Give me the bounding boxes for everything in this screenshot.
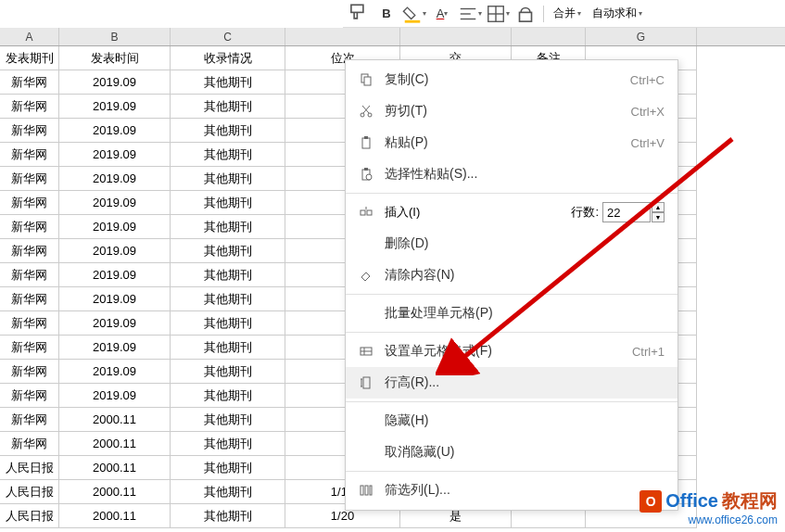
cell[interactable]: 2019.09: [59, 119, 171, 143]
insert-icon: [355, 203, 377, 222]
cell[interactable]: 2019.09: [59, 263, 171, 287]
menu-batch[interactable]: 批量处理单元格(P): [346, 298, 677, 329]
cell[interactable]: 2019.09: [59, 287, 171, 311]
menu-hide[interactable]: 隐藏(H): [346, 405, 677, 437]
rows-count-input[interactable]: [602, 202, 651, 222]
cell[interactable]: 2019.09: [59, 384, 171, 408]
menu-label: 清除内容(N): [385, 267, 665, 284]
cell[interactable]: 新华网: [0, 311, 59, 336]
cell[interactable]: 新华网: [0, 143, 59, 167]
col-header-D[interactable]: [285, 28, 400, 45]
format-painter-icon[interactable]: [347, 3, 371, 25]
menu-cut[interactable]: 剪切(T) Ctrl+X: [346, 95, 677, 127]
cell[interactable]: 其他期刊: [171, 263, 285, 287]
menu-paste-special[interactable]: 选择性粘贴(S)...: [346, 158, 677, 190]
cell[interactable]: 其他期刊: [171, 70, 285, 95]
cell[interactable]: 其他期刊: [171, 408, 285, 432]
cell[interactable]: 其他期刊: [171, 215, 285, 239]
menu-format-cells[interactable]: 设置单元格格式(F) Ctrl+1: [346, 336, 677, 367]
svg-rect-21: [367, 210, 372, 215]
cell[interactable]: 其他期刊: [171, 504, 285, 528]
cell[interactable]: 其他期刊: [171, 239, 285, 263]
cell[interactable]: 人民日报: [0, 480, 59, 504]
menu-unhide[interactable]: 取消隐藏(U): [346, 437, 677, 468]
col-header-A[interactable]: A: [0, 28, 59, 45]
font-color-button[interactable]: A▾: [430, 3, 454, 25]
col-header-E[interactable]: [400, 28, 512, 45]
cell[interactable]: 其他期刊: [171, 432, 285, 456]
cell[interactable]: 其他期刊: [171, 143, 285, 167]
cell[interactable]: 2000.11: [59, 408, 171, 432]
cell[interactable]: 其他期刊: [171, 336, 285, 360]
col-header-B[interactable]: B: [59, 28, 171, 45]
cell[interactable]: 2000.11: [59, 432, 171, 456]
menu-filter[interactable]: 筛选列(L)...: [346, 475, 677, 506]
cell[interactable]: 新华网: [0, 336, 59, 360]
cell[interactable]: 其他期刊: [171, 95, 285, 119]
menu-clear[interactable]: 清除内容(N): [346, 260, 677, 291]
menu-copy[interactable]: 复制(C) Ctrl+C: [346, 64, 677, 95]
cell[interactable]: 新华网: [0, 263, 59, 287]
cell[interactable]: 2000.11: [59, 504, 171, 528]
col-header-F[interactable]: [512, 28, 586, 45]
cell[interactable]: 2000.11: [59, 480, 171, 504]
cell[interactable]: 新华网: [0, 191, 59, 215]
menu-row-height[interactable]: 行高(R)...: [346, 367, 677, 399]
cell[interactable]: 其他期刊: [171, 456, 285, 480]
cell[interactable]: 新华网: [0, 215, 59, 239]
col-header-G[interactable]: G: [586, 28, 697, 45]
svg-rect-31: [365, 486, 368, 495]
cell[interactable]: 收录情况: [171, 46, 285, 70]
cell[interactable]: 其他期刊: [171, 480, 285, 504]
cell[interactable]: 新华网: [0, 360, 59, 384]
menu-insert[interactable]: 插入(I) 行数: ▲ ▼: [346, 196, 677, 228]
menu-separator: [346, 401, 677, 402]
cell[interactable]: 2019.09: [59, 360, 171, 384]
align-button[interactable]: ▾: [458, 3, 482, 25]
border-button[interactable]: ▾: [486, 3, 510, 25]
autosum-button[interactable]: 自动求和▾: [589, 3, 646, 25]
cell[interactable]: 新华网: [0, 432, 59, 456]
cell[interactable]: 2019.09: [59, 70, 171, 95]
svg-rect-0: [351, 5, 363, 12]
spinner-down[interactable]: ▼: [652, 212, 665, 222]
menu-delete[interactable]: 删除(D): [346, 228, 677, 260]
cell[interactable]: 发表期刊: [0, 46, 59, 70]
cell[interactable]: 其他期刊: [171, 119, 285, 143]
cell[interactable]: 新华网: [0, 95, 59, 119]
cell[interactable]: 2019.09: [59, 239, 171, 263]
cell[interactable]: 其他期刊: [171, 191, 285, 215]
cell[interactable]: 新华网: [0, 70, 59, 95]
cell[interactable]: 2019.09: [59, 143, 171, 167]
cell[interactable]: 新华网: [0, 239, 59, 263]
menu-label: 取消隐藏(U): [385, 444, 665, 461]
menu-paste[interactable]: 粘贴(P) Ctrl+V: [346, 127, 677, 158]
cell[interactable]: 其他期刊: [171, 167, 285, 191]
cell[interactable]: 新华网: [0, 119, 59, 143]
cell[interactable]: 人民日报: [0, 504, 59, 528]
col-header-C[interactable]: C: [171, 28, 285, 45]
cell[interactable]: 其他期刊: [171, 384, 285, 408]
spinner-up[interactable]: ▲: [652, 202, 665, 212]
cell[interactable]: 其他期刊: [171, 287, 285, 311]
lock-icon[interactable]: [513, 3, 538, 25]
cell[interactable]: 发表时间: [59, 46, 171, 70]
bold-button[interactable]: B: [374, 3, 399, 25]
cell[interactable]: 新华网: [0, 287, 59, 311]
cell[interactable]: 2019.09: [59, 215, 171, 239]
cell[interactable]: 2019.09: [59, 167, 171, 191]
merge-button[interactable]: 合并▾: [550, 3, 585, 25]
fill-color-button[interactable]: ▾: [402, 3, 426, 25]
cell[interactable]: 2019.09: [59, 311, 171, 336]
brand-text: 教程网: [722, 488, 778, 513]
cell[interactable]: 2000.11: [59, 456, 171, 480]
cell[interactable]: 2019.09: [59, 336, 171, 360]
cell[interactable]: 2019.09: [59, 95, 171, 119]
cell[interactable]: 其他期刊: [171, 311, 285, 336]
cell[interactable]: 其他期刊: [171, 360, 285, 384]
cell[interactable]: 新华网: [0, 408, 59, 432]
cell[interactable]: 人民日报: [0, 456, 59, 480]
cell[interactable]: 2019.09: [59, 191, 171, 215]
cell[interactable]: 新华网: [0, 167, 59, 191]
cell[interactable]: 新华网: [0, 384, 59, 408]
